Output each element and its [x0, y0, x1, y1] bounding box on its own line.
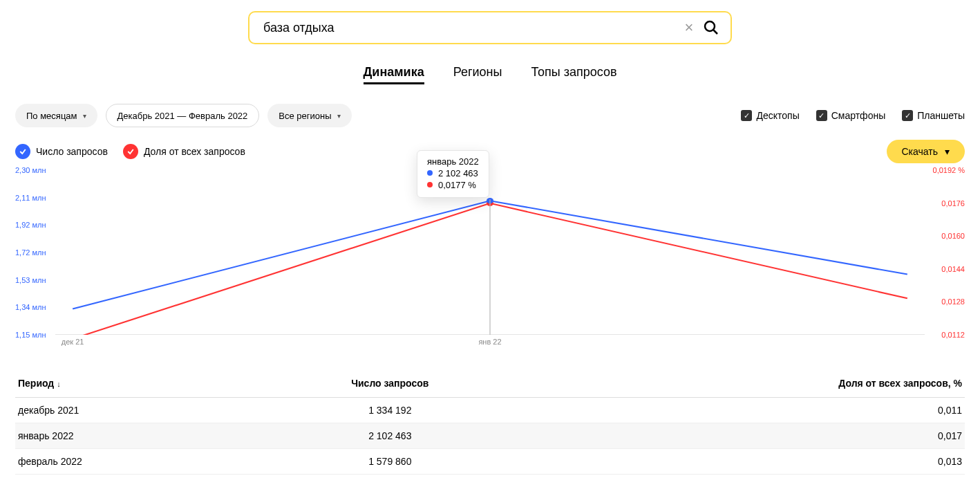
chevron-down-icon: ▾	[83, 112, 86, 120]
cell-count: 2 102 463	[250, 423, 530, 449]
y-left-tick: 1,34 млн	[15, 303, 46, 311]
table-row: декабрь 20211 334 1920,011	[15, 398, 965, 423]
device-desktop-label: Десктопы	[756, 110, 799, 121]
table-row: февраль 20221 579 8600,013	[15, 449, 965, 475]
device-tablet-label: Планшеты	[917, 110, 965, 121]
tabs: Динамика Регионы Топы запросов	[0, 65, 980, 84]
y-left-tick: 1,72 млн	[15, 248, 46, 257]
y-right-tick: 0,0160	[941, 232, 965, 240]
y-left-tick: 1,92 млн	[15, 221, 46, 229]
th-period[interactable]: Период↓	[15, 371, 250, 398]
tab-dynamics[interactable]: Динамика	[364, 65, 424, 84]
checkbox-icon: ✓	[741, 110, 752, 121]
sort-arrow-icon: ↓	[57, 380, 61, 388]
y-left-tick: 1,15 млн	[15, 331, 46, 339]
svg-point-0	[705, 21, 715, 31]
download-button[interactable]: Скачать ▾	[887, 140, 965, 163]
data-table: Период↓ Число запросов Доля от всех запр…	[15, 371, 965, 475]
y-right-tick: 0,0128	[941, 297, 965, 306]
svg-line-1	[714, 30, 718, 35]
y-left-tick: 2,30 млн	[15, 166, 46, 174]
tooltip-dot-icon	[427, 182, 433, 187]
cell-share: 0,017	[530, 423, 965, 449]
period-mode-select[interactable]: По месяцам ▾	[15, 104, 97, 127]
th-count[interactable]: Число запросов	[250, 371, 530, 398]
chart: 2,30 млн2,11 млн1,92 млн1,72 млн1,53 млн…	[15, 170, 965, 350]
checkbox-icon: ✓	[902, 110, 913, 121]
cell-period: январь 2022	[15, 423, 250, 449]
download-label: Скачать	[902, 146, 939, 157]
x-tick: дек 21	[62, 338, 84, 346]
search-box[interactable]: ×	[248, 11, 732, 44]
cell-period: декабрь 2021	[15, 398, 250, 423]
tooltip-date: январь 2022	[427, 156, 479, 167]
cell-count: 1 579 860	[250, 449, 530, 475]
device-tablet-toggle[interactable]: ✓ Планшеты	[902, 110, 965, 121]
y-right-tick: 0,0144	[941, 265, 965, 273]
legend-row: Число запросов Доля от всех запросов Ска…	[0, 140, 980, 170]
legend-share-label: Доля от всех запросов	[144, 146, 245, 157]
y-left-tick: 1,53 млн	[15, 276, 46, 284]
y-right-tick: 0,0112	[941, 331, 965, 339]
y-left-tick: 2,11 млн	[15, 194, 46, 202]
search-icon[interactable]	[700, 17, 722, 39]
period-mode-label: По месяцам	[26, 111, 77, 121]
tooltip-dot-icon	[427, 170, 433, 176]
check-circle-icon	[123, 144, 138, 159]
tooltip-value-share: 0,0177 %	[438, 180, 476, 190]
legend-count-label: Число запросов	[36, 146, 108, 157]
tooltip-value-count: 2 102 463	[438, 168, 478, 178]
device-smartphone-label: Смартфоны	[831, 110, 886, 121]
tab-top-queries[interactable]: Топы запросов	[531, 65, 616, 84]
region-select[interactable]: Все регионы ▾	[267, 104, 351, 127]
date-range-label: Декабрь 2021 — Февраль 2022	[117, 111, 248, 121]
search-input[interactable]	[262, 20, 678, 36]
cell-count: 1 334 192	[250, 398, 530, 423]
x-axis: дек 21янв 22	[55, 338, 925, 350]
y-right-tick: 0,0192 %	[933, 166, 965, 174]
check-circle-icon	[15, 144, 30, 159]
cell-share: 0,011	[530, 398, 965, 423]
y-axis-right: 0,0192 %0,01760,01600,01440,01280,0112	[927, 170, 965, 335]
clear-icon[interactable]: ×	[678, 17, 700, 39]
device-smartphone-toggle[interactable]: ✓ Смартфоны	[816, 110, 886, 121]
checkbox-icon: ✓	[816, 110, 827, 121]
y-right-tick: 0,0176	[941, 199, 965, 208]
x-tick: янв 22	[478, 338, 501, 346]
cell-share: 0,013	[530, 449, 965, 475]
th-share[interactable]: Доля от всех запросов, %	[530, 371, 965, 398]
chevron-down-icon: ▾	[337, 112, 341, 120]
tab-regions[interactable]: Регионы	[453, 65, 502, 84]
legend-share-toggle[interactable]: Доля от всех запросов	[123, 144, 245, 159]
cell-period: февраль 2022	[15, 449, 250, 475]
table-row: январь 20222 102 4630,017	[15, 423, 965, 449]
date-range-select[interactable]: Декабрь 2021 — Февраль 2022	[106, 104, 260, 127]
region-label: Все регионы	[279, 111, 331, 121]
chevron-down-icon: ▾	[945, 146, 950, 157]
chart-tooltip: январь 2022 2 102 463 0,0177 %	[417, 150, 489, 198]
y-axis-left: 2,30 млн2,11 млн1,92 млн1,72 млн1,53 млн…	[15, 170, 53, 335]
chart-plot[interactable]: январь 2022 2 102 463 0,0177 %	[55, 173, 925, 335]
legend-count-toggle[interactable]: Число запросов	[15, 144, 108, 159]
device-desktop-toggle[interactable]: ✓ Десктопы	[741, 110, 799, 121]
filters-row: По месяцам ▾ Декабрь 2021 — Февраль 2022…	[0, 104, 980, 140]
